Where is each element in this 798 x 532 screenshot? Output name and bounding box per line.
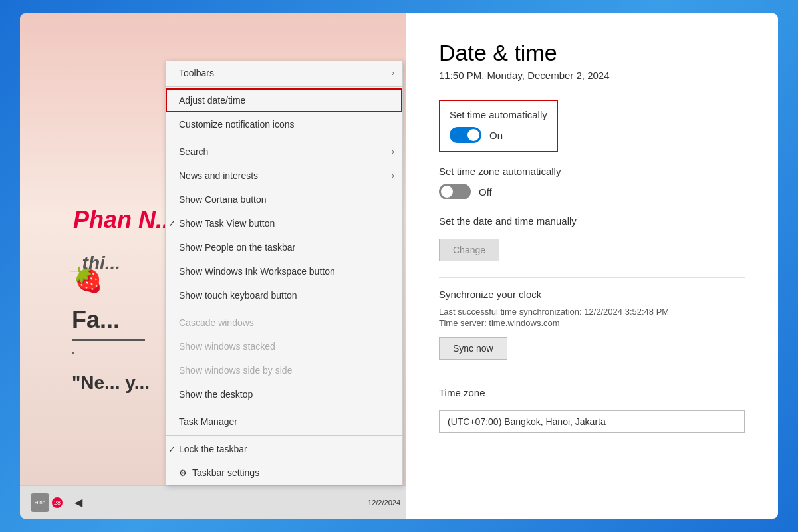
menu-item-cascade: Cascade windows <box>166 311 402 334</box>
taskbar-avatar: Hinh <box>31 493 49 512</box>
change-button[interactable]: Change <box>439 239 499 261</box>
separator-4 <box>166 408 402 408</box>
avatar-text: Hinh <box>35 499 45 505</box>
settings-title: Date & time <box>439 40 745 66</box>
set-time-auto-label: Set time automatically <box>450 109 547 120</box>
divider-1 <box>439 277 745 278</box>
divider-2 <box>439 376 745 376</box>
menu-item-toolbars[interactable]: Toolbars › <box>166 61 402 85</box>
taskbar-media[interactable]: ◀ <box>68 493 89 511</box>
menu-item-task-manager-label: Task Manager <box>179 416 237 427</box>
menu-item-taskview[interactable]: ✓ Show Task View button <box>166 211 402 235</box>
menu-item-news[interactable]: News and interests › <box>166 164 402 188</box>
sync-info-2: Time server: time.windows.com <box>439 318 745 328</box>
menu-item-people[interactable]: Show People on the taskbar <box>166 235 402 259</box>
gear-icon: ⚙ <box>179 468 187 478</box>
right-panel: Date & time 11:50 PM, Monday, December 2… <box>406 13 778 519</box>
menu-item-ink[interactable]: Show Windows Ink Workspace button <box>166 259 402 283</box>
menu-item-task-manager[interactable]: Task Manager <box>166 410 402 434</box>
menu-item-taskbar-settings-label: Taskbar settings <box>192 467 259 478</box>
menu-item-keyboard-label: Show touch keyboard button <box>179 290 297 301</box>
menu-item-toolbars-label: Toolbars <box>179 68 214 78</box>
settings-datetime: 11:50 PM, Monday, December 2, 2024 <box>439 70 745 81</box>
separator-5 <box>166 435 402 436</box>
menu-item-stacked: Show windows stacked <box>166 334 402 358</box>
sync-clock-label: Synchronize your clock <box>439 289 745 300</box>
menu-item-taskview-label: Show Task View button <box>179 218 275 229</box>
menu-item-sidebyside-label: Show windows side by side <box>179 365 292 376</box>
screenshot-container: Phan N... 🍓 _thi... Fa... "Ne... y... To… <box>20 13 778 519</box>
separator-1 <box>166 86 402 87</box>
menu-item-search[interactable]: Search › <box>166 140 402 164</box>
checkmark-icon: ✓ <box>168 219 176 229</box>
menu-item-stacked-label: Show windows stacked <box>179 341 275 352</box>
menu-item-search-label: Search <box>179 146 208 157</box>
set-timezone-auto-toggle[interactable] <box>439 184 471 200</box>
bg-ne: "Ne... y... <box>72 372 150 394</box>
left-panel: Phan N... 🍓 _thi... Fa... "Ne... y... To… <box>20 13 406 519</box>
set-manually-section: Set the date and time manually Change <box>439 215 745 261</box>
timezone-label: Time zone <box>439 387 745 398</box>
menu-item-lock-taskbar-label: Lock the taskbar <box>179 444 247 454</box>
set-time-auto-value: On <box>489 130 503 141</box>
set-timezone-auto-toggle-row: Off <box>439 184 745 200</box>
timezone-wrapper: (UTC+07:00) Bangkok, Hanoi, Jakarta <box>439 405 745 433</box>
menu-item-sidebyside: Show windows side by side <box>166 358 402 382</box>
arrow-icon: › <box>392 68 394 78</box>
menu-item-adjust-datetime[interactable]: Adjust date/time <box>166 88 402 112</box>
menu-item-keyboard[interactable]: Show touch keyboard button <box>166 283 402 307</box>
menu-item-cascade-label: Cascade windows <box>179 317 254 328</box>
set-time-auto-toggle[interactable] <box>450 127 481 143</box>
news-arrow-icon: › <box>392 171 394 180</box>
set-time-auto-section: Set time automatically On <box>439 100 558 152</box>
menu-item-desktop[interactable]: Show the desktop <box>166 382 402 406</box>
sync-now-button[interactable]: Sync now <box>439 337 507 360</box>
toggle-knob-on <box>467 129 479 141</box>
taskbar-user-item[interactable]: Hinh 28 <box>25 491 68 515</box>
search-arrow-icon: › <box>392 147 394 156</box>
set-manually-label: Set the date and time manually <box>439 215 745 227</box>
menu-item-people-label: Show People on the taskbar <box>179 242 295 253</box>
timezone-section: Time zone (UTC+07:00) Bangkok, Hanoi, Ja… <box>439 387 745 433</box>
taskbar: Hinh 28 ◀ 12/2/2024 <box>20 485 406 519</box>
set-time-auto-toggle-row: On <box>450 127 547 143</box>
toggle-knob-off <box>441 186 453 198</box>
menu-item-taskbar-settings[interactable]: ⚙ Taskbar settings <box>166 461 402 485</box>
bg-divider <box>72 352 74 354</box>
menu-item-news-label: News and interests <box>179 170 258 181</box>
menu-item-customize-notif-label: Customize notification icons <box>179 119 295 130</box>
media-prev-icon: ◀ <box>74 496 82 509</box>
set-timezone-auto-value: Off <box>479 186 492 198</box>
bg-fa: Fa... <box>72 306 120 334</box>
timezone-select[interactable]: (UTC+07:00) Bangkok, Hanoi, Jakarta <box>439 410 745 433</box>
set-timezone-auto-section: Set time zone automatically Off <box>439 166 745 200</box>
menu-item-cortana[interactable]: Show Cortana button <box>166 188 402 211</box>
lock-checkmark-icon: ✓ <box>168 444 176 454</box>
taskbar-badge: 28 <box>52 497 63 508</box>
menu-item-cortana-label: Show Cortana button <box>179 194 267 205</box>
menu-item-adjust-datetime-label: Adjust date/time <box>179 95 245 106</box>
set-timezone-auto-label: Set time zone automatically <box>439 166 745 177</box>
menu-item-lock-taskbar[interactable]: ✓ Lock the taskbar <box>166 437 402 461</box>
bg-text-phan: Phan N... <box>73 206 176 234</box>
taskbar-time: 12/2/2024 <box>368 499 400 507</box>
bg-line <box>72 339 145 341</box>
menu-item-ink-label: Show Windows Ink Workspace button <box>179 266 335 277</box>
separator-2 <box>166 138 402 138</box>
menu-item-desktop-label: Show the desktop <box>179 389 253 400</box>
menu-item-customize-notif[interactable]: Customize notification icons <box>166 112 402 136</box>
sync-clock-section: Synchronize your clock Last successful t… <box>439 289 745 360</box>
bg-thi: _thi... <box>72 253 120 274</box>
sync-info-1: Last successful time synchronization: 12… <box>439 307 745 317</box>
context-menu: Toolbars › Adjust date/time Customize no… <box>165 61 403 485</box>
separator-3 <box>166 309 402 309</box>
